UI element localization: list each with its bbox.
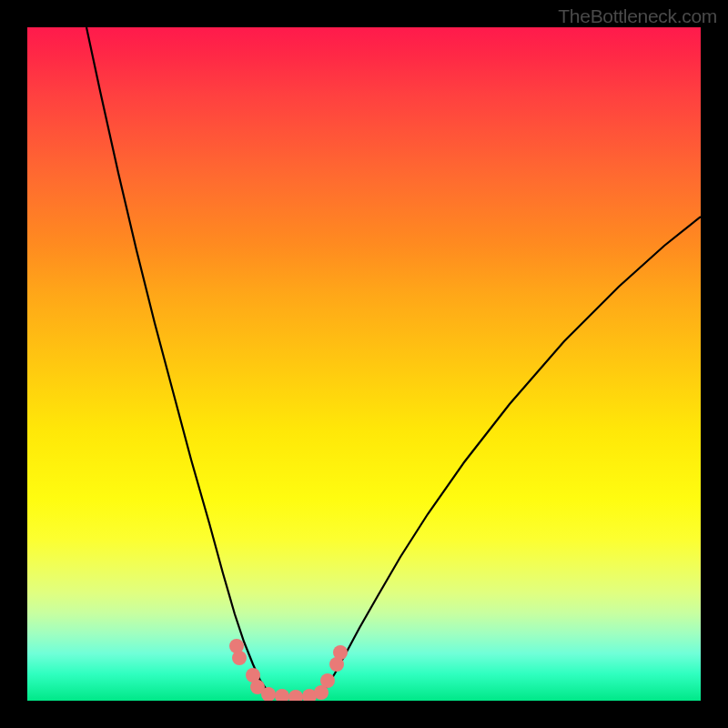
chart-plot-area bbox=[27, 27, 701, 701]
chart-svg bbox=[27, 27, 701, 701]
marker-dot bbox=[288, 690, 303, 701]
marker-dot bbox=[275, 689, 289, 701]
marker-dot bbox=[232, 651, 247, 665]
right-curve bbox=[318, 217, 701, 697]
curve-lines bbox=[86, 27, 701, 697]
left-curve bbox=[86, 27, 273, 697]
marker-dot bbox=[320, 673, 335, 688]
marker-dot bbox=[333, 645, 348, 660]
watermark-text: TheBottleneck.com bbox=[558, 5, 717, 27]
